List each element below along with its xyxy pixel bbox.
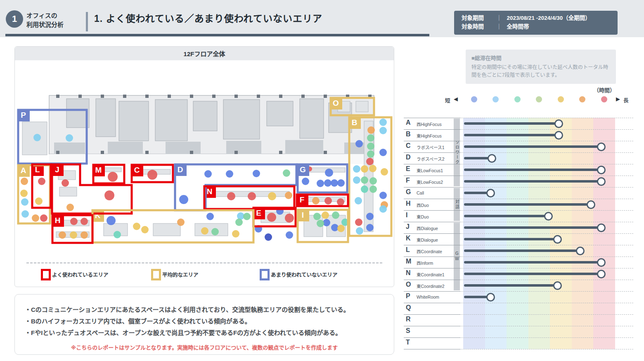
lollipop-stem: [464, 122, 556, 125]
row-letter-F: F: [406, 177, 410, 184]
presence-dot-orange: [32, 214, 39, 222]
presence-dot-cyan: [379, 127, 387, 134]
presence-dot-cyan: [33, 134, 41, 141]
row-letter-M: M: [406, 258, 411, 265]
legend-swatch-avg: [151, 269, 161, 280]
lollipop-marker: [597, 166, 606, 174]
zone-label-N: N: [204, 185, 216, 198]
presence-dot-cyan: [21, 198, 28, 206]
title-divider: [86, 12, 88, 31]
presence-dot-red: [147, 170, 157, 180]
lollipop-marker: [597, 270, 606, 278]
row-separator-label: [404, 326, 461, 326]
presence-dot-green: [367, 150, 374, 158]
presence-dot-yellow: [381, 168, 388, 176]
presence-dot-teal: [361, 185, 368, 193]
row-name: 東LowFocus2: [417, 179, 443, 185]
lollipop-marker: [554, 131, 563, 140]
lollipop-stem: [464, 296, 488, 298]
zone-label-J: J: [51, 164, 64, 176]
lollipop-stem: [464, 169, 599, 171]
presence-dot-blue: [302, 178, 309, 185]
presence-dot-red: [62, 179, 69, 187]
presence-dot-orange: [312, 197, 320, 204]
lollipop-marker: [486, 189, 495, 197]
presence-dot-cyan: [356, 227, 363, 235]
lollipop-stem: [464, 284, 554, 287]
presence-dot-red: [355, 218, 362, 226]
meta-value: 2023/08/21 -2024/4/30（全期間）: [507, 14, 591, 23]
lollipop-stem: [464, 226, 599, 229]
legend-label-high: よく使われているエリア: [52, 271, 109, 278]
floor-plan-panel: POBALJMCDNGFEIKH 12Fフロア全体 よく使われているエリア平均的…: [14, 46, 394, 287]
presence-dot-blue: [179, 195, 188, 204]
row-letter-C: C: [406, 142, 411, 150]
lollipop-marker: [597, 223, 606, 232]
presence-dot-green: [369, 177, 377, 185]
row-letter-D: D: [406, 154, 411, 161]
row-letter-O: O: [406, 281, 411, 288]
presence-dot-blue: [317, 180, 324, 187]
lollipop-marker: [597, 142, 606, 151]
section-label: オフィスの 利用状況分析: [26, 11, 64, 29]
lollipop-marker: [553, 235, 562, 244]
group-label: 対話: [455, 200, 459, 209]
presence-dot-red: [267, 213, 276, 222]
notes-panel: ・Cのコミュニケーションエリアにあたるスペースはよく利用されており、交流型執務エ…: [14, 294, 394, 355]
presence-dot-blue: [366, 213, 374, 220]
meta-label: 対象時間: [462, 23, 491, 31]
presence-dot-red: [70, 218, 78, 225]
row-name: 東Coordinate2: [417, 283, 445, 289]
presence-dot-cyan: [66, 134, 73, 142]
presence-dot-red: [337, 198, 344, 206]
presence-dot-teal: [341, 218, 349, 226]
presence-dot-blue: [355, 140, 363, 147]
presence-dot-yellow: [337, 225, 345, 232]
row-letter-E: E: [406, 165, 410, 173]
row-separator-label: [404, 222, 461, 222]
presence-dot-green: [317, 220, 324, 227]
row-separator-label: [404, 314, 461, 315]
presence-dot-orange: [66, 204, 74, 211]
lollipop-stem: [464, 261, 599, 264]
presence-dot-green: [367, 134, 374, 142]
row-name: 西Dialogue: [417, 225, 438, 231]
presence-dot-blue: [366, 224, 374, 231]
presence-dot-yellow: [361, 165, 368, 173]
row-letter-T: T: [406, 339, 410, 346]
presence-dot-cyan: [355, 197, 362, 204]
presence-dot-green: [283, 169, 290, 177]
presence-dot-red: [108, 172, 118, 182]
target-period-box: 対象期間｜2023/08/21 -2024/4/30（全期間）対象時間｜全時間帯: [454, 11, 618, 35]
stay-time-chart: ■総滞在時間 特定の期間中にその場に滞在していた延べ人数のトータル時間を色ごとに…: [404, 45, 636, 361]
presence-dot-yellow: [322, 211, 329, 219]
presence-dot-yellow: [141, 226, 149, 233]
presence-dot-green: [369, 185, 377, 193]
presence-dot-orange: [177, 218, 185, 226]
presence-dot-yellow: [133, 223, 140, 230]
presence-dot-yellow: [232, 230, 239, 238]
lollipop-stem: [464, 203, 588, 206]
zone-label-D: D: [174, 164, 187, 176]
presence-dot-green: [367, 142, 374, 150]
lollipop-stem: [464, 145, 599, 148]
zone-label-G: G: [297, 164, 309, 176]
row-letter-A: A: [406, 119, 411, 126]
zone-label-B: B: [348, 116, 361, 129]
header: 1 オフィスの 利用状況分析 1. よく使われている／あまり使われていないエリア…: [0, 0, 644, 37]
presence-dot-orange: [59, 231, 66, 239]
note-bullet: ・Bのハイフォーカスエリア内では、個室ブースがよく使われている傾向がある。: [25, 316, 386, 327]
presence-dot-cyan: [379, 205, 387, 213]
presence-dot-blue: [286, 231, 293, 239]
row-name: 西Coordinate: [417, 248, 442, 254]
row-name: 東HighFocus: [417, 133, 442, 139]
row-letter-Q: Q: [406, 304, 411, 311]
row-name: Call: [417, 190, 424, 195]
row-separator-label: [404, 268, 461, 268]
presence-dot-blue: [107, 216, 116, 225]
row-letter-S: S: [406, 327, 410, 335]
row-separator-label: [404, 303, 461, 303]
presence-dot-yellow: [70, 231, 77, 239]
lollipop-marker: [486, 293, 495, 302]
lollipop-stem: [464, 215, 545, 217]
